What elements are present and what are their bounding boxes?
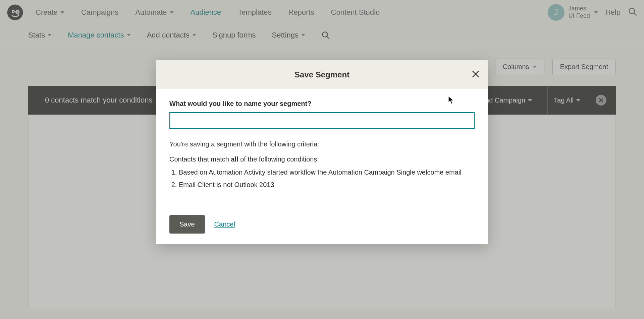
modal-close-button[interactable] bbox=[471, 70, 480, 80]
link-label: Cancel bbox=[214, 220, 235, 228]
modal-header: Save Segment bbox=[156, 60, 488, 89]
close-icon bbox=[471, 70, 480, 78]
modal-body: What would you like to name your segment… bbox=[156, 89, 488, 207]
segment-name-label: What would you like to name your segment… bbox=[169, 100, 475, 108]
criteria-intro: You're saving a segment with the followi… bbox=[169, 140, 475, 148]
match-bold: all bbox=[231, 155, 238, 163]
segment-name-input[interactable] bbox=[169, 112, 475, 129]
modal-overlay[interactable]: Save Segment What would you like to name… bbox=[0, 0, 644, 319]
criteria-item: Based on Automation Activity started wor… bbox=[179, 169, 475, 176]
match-suffix: of the following conditions: bbox=[238, 155, 319, 163]
match-line: Contacts that match all of the following… bbox=[169, 155, 475, 163]
criteria-item: Email Client is not Outlook 2013 bbox=[179, 181, 475, 189]
cancel-link[interactable]: Cancel bbox=[214, 220, 235, 228]
modal-title: Save Segment bbox=[294, 70, 350, 79]
save-button[interactable]: Save bbox=[169, 215, 205, 234]
save-segment-modal: Save Segment What would you like to name… bbox=[156, 60, 488, 244]
criteria-list: Based on Automation Activity started wor… bbox=[169, 169, 475, 189]
button-label: Save bbox=[179, 220, 195, 228]
match-prefix: Contacts that match bbox=[169, 155, 231, 163]
modal-footer: Save Cancel bbox=[156, 207, 488, 244]
